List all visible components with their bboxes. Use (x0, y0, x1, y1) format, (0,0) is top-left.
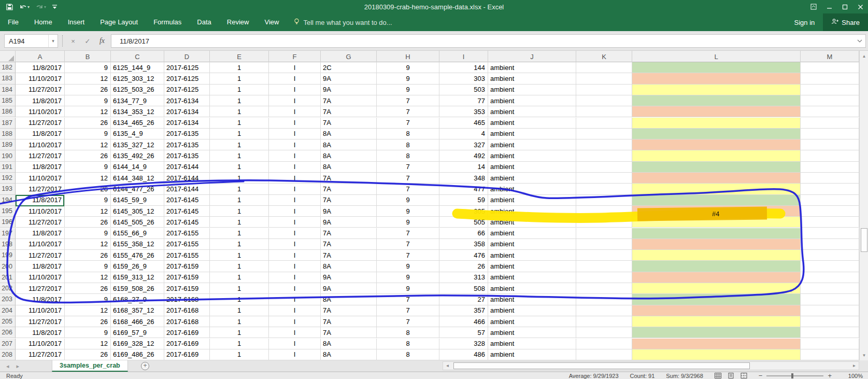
cell-I208[interactable]: 486 (439, 349, 488, 360)
cell-J204[interactable]: ambient (488, 305, 576, 316)
cell-A201[interactable]: 11/10/2017 (16, 272, 65, 283)
cell-K196[interactable] (576, 217, 632, 228)
cell-L202[interactable] (632, 283, 801, 294)
cell-L200[interactable] (632, 261, 801, 272)
cell-K195[interactable] (576, 206, 632, 217)
cell-K205[interactable] (576, 316, 632, 327)
cell-H196[interactable]: 9 (377, 217, 439, 228)
cell-L187[interactable] (632, 118, 801, 129)
cell-G189[interactable]: 8A (321, 139, 377, 150)
zoom-percentage[interactable]: 100% (843, 373, 863, 379)
cell-M187[interactable] (801, 118, 859, 129)
cell-M182[interactable] (801, 62, 859, 73)
cell-C201[interactable]: 6159_313_12 (111, 272, 164, 283)
cell-D201[interactable]: 2017-6159 (164, 272, 210, 283)
column-header-K[interactable]: K (576, 51, 632, 62)
cell-G194[interactable]: 7A (321, 195, 377, 206)
cell-B184[interactable]: 26 (65, 85, 111, 95)
cell-H206[interactable]: 8 (377, 327, 439, 338)
cell-L183[interactable] (632, 73, 801, 84)
tab-file[interactable]: File (0, 13, 26, 31)
new-sheet-button[interactable]: + (141, 362, 149, 370)
cell-J199[interactable]: ambient (488, 250, 576, 261)
cell-B201[interactable]: 12 (65, 272, 111, 283)
name-box[interactable]: A194 ▾ (4, 34, 58, 48)
cell-L194[interactable] (632, 195, 801, 206)
cell-K188[interactable] (576, 129, 632, 139)
sign-in-button[interactable]: Sign in (786, 19, 823, 26)
cell-E194[interactable]: 1 (210, 195, 269, 206)
enter-icon[interactable]: ✓ (81, 34, 94, 48)
zoom-slider[interactable] (766, 375, 823, 376)
cell-J185[interactable]: ambient (488, 95, 576, 106)
row-header-187[interactable]: 187 (0, 118, 16, 129)
column-header-J[interactable]: J (488, 51, 576, 62)
cell-H185[interactable]: 7 (377, 95, 439, 106)
row-header-196[interactable]: 196 (0, 217, 16, 228)
cell-D195[interactable]: 2017-6145 (164, 206, 210, 217)
cell-I189[interactable]: 327 (439, 139, 488, 150)
cell-L182[interactable] (632, 62, 801, 73)
cell-A193[interactable]: 11/27/2017 (16, 184, 65, 194)
cell-K197[interactable] (576, 228, 632, 239)
cell-I198[interactable]: 358 (439, 239, 488, 250)
cell-J208[interactable]: ambient (488, 349, 576, 360)
cell-J207[interactable]: ambient (488, 339, 576, 349)
cell-A184[interactable]: 11/27/2017 (16, 85, 65, 95)
cell-D186[interactable]: 2017-6134 (164, 106, 210, 117)
cell-A194[interactable]: 11/8/2017 (16, 195, 65, 206)
cell-F198[interactable]: I (269, 239, 321, 250)
cell-B198[interactable]: 12 (65, 239, 111, 250)
row-header-198[interactable]: 198 (0, 239, 16, 250)
cell-E199[interactable]: 1 (210, 250, 269, 261)
tab-view[interactable]: View (257, 13, 287, 31)
cell-J190[interactable]: ambient (488, 150, 576, 161)
cell-L208[interactable] (632, 349, 801, 360)
cell-H190[interactable]: 8 (377, 150, 439, 161)
normal-view-icon[interactable] (715, 373, 721, 378)
zoom-slider-thumb[interactable] (791, 373, 793, 378)
row-header-185[interactable]: 185 (0, 95, 16, 106)
cell-H208[interactable]: 8 (377, 349, 439, 360)
cell-A183[interactable]: 11/10/2017 (16, 73, 65, 84)
scroll-left-icon[interactable]: ◄ (443, 362, 452, 370)
cell-M191[interactable] (801, 162, 859, 173)
cell-B199[interactable]: 26 (65, 250, 111, 261)
cell-C196[interactable]: 6145_505_26 (111, 217, 164, 228)
cell-M207[interactable] (801, 339, 859, 349)
cell-I203[interactable]: 27 (439, 294, 488, 305)
horizontal-scrollbar[interactable]: ◄ ► (443, 361, 859, 370)
cell-I191[interactable]: 14 (439, 162, 488, 173)
row-header-192[interactable]: 192 (0, 173, 16, 184)
cell-K201[interactable] (576, 272, 632, 283)
cell-G207[interactable]: 8A (321, 339, 377, 349)
cell-G208[interactable]: 8A (321, 349, 377, 360)
cell-F183[interactable]: I (269, 73, 321, 84)
cell-K193[interactable] (576, 184, 632, 194)
cell-M198[interactable] (801, 239, 859, 250)
cell-I190[interactable]: 492 (439, 150, 488, 161)
cell-E204[interactable]: 1 (210, 305, 269, 316)
cell-G199[interactable]: 7A (321, 250, 377, 261)
cell-I199[interactable]: 476 (439, 250, 488, 261)
cell-B202[interactable]: 26 (65, 283, 111, 294)
row-header-202[interactable]: 202 (0, 283, 16, 294)
cell-A198[interactable]: 11/10/2017 (16, 239, 65, 250)
cell-I204[interactable]: 357 (439, 305, 488, 316)
cell-A190[interactable]: 11/27/2017 (16, 150, 65, 161)
row-header-193[interactable]: 193 (0, 184, 16, 194)
cell-D205[interactable]: 2017-6168 (164, 316, 210, 327)
cell-H197[interactable]: 7 (377, 228, 439, 239)
vertical-scrollbar[interactable]: ▲ ▼ (859, 51, 868, 360)
cell-C186[interactable]: 6134_353_12 (111, 106, 164, 117)
cell-A189[interactable]: 11/10/2017 (16, 139, 65, 150)
cell-I186[interactable]: 353 (439, 106, 488, 117)
cell-M203[interactable] (801, 294, 859, 305)
cell-I207[interactable]: 328 (439, 339, 488, 349)
vertical-scrollbar-thumb[interactable] (861, 228, 867, 252)
cell-H205[interactable]: 7 (377, 316, 439, 327)
cell-F186[interactable]: I (269, 106, 321, 117)
cell-B195[interactable]: 12 (65, 206, 111, 217)
cell-L186[interactable] (632, 106, 801, 117)
cell-G187[interactable]: 7A (321, 118, 377, 129)
